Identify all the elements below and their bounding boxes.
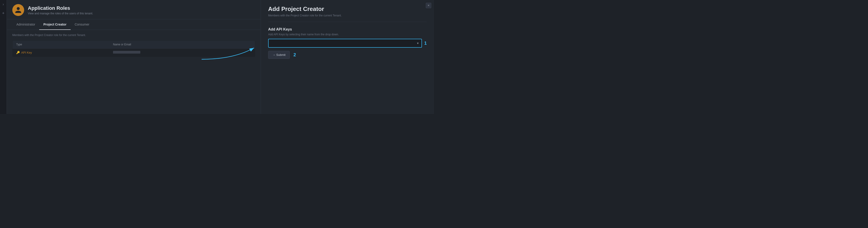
type-cell: 🔑 API Key xyxy=(12,49,110,57)
page-wrapper: › + Application Roles View and manage th… xyxy=(0,0,434,114)
page-title: Application Roles xyxy=(28,5,93,11)
annotation-2: 2 xyxy=(293,52,296,57)
col-name-email: Name or Email xyxy=(110,40,255,49)
role-description: Members with the Project Creator role fo… xyxy=(12,33,255,37)
table-header-row: Type Name or Email xyxy=(12,40,255,49)
page-subtitle: View and manage the roles of the users o… xyxy=(28,12,93,15)
tab-project-creator[interactable]: Project Creator xyxy=(39,19,70,30)
app-header: Application Roles View and manage the ro… xyxy=(7,0,260,19)
api-key-dropdown-container: ▼ xyxy=(268,39,422,48)
tab-administrator[interactable]: Administrator xyxy=(12,19,39,30)
submit-area: → Submit 2 xyxy=(268,51,427,59)
section-title: Add API Keys xyxy=(268,27,427,31)
col-type: Type xyxy=(12,40,110,49)
data-table: Type Name or Email 🔑 API Key xyxy=(12,40,255,57)
right-panel: ✕ Add Project Creator Members with the P… xyxy=(261,0,434,114)
table-row: 🔑 API Key xyxy=(12,49,255,57)
api-key-label: API Key xyxy=(21,51,32,54)
user-icon xyxy=(14,6,22,14)
header-text: Application Roles View and manage the ro… xyxy=(28,5,93,15)
content-body: Members with the Project Creator role fo… xyxy=(7,30,260,114)
api-key-dropdown[interactable] xyxy=(268,39,422,48)
name-blur xyxy=(113,51,140,54)
main-panel: Application Roles View and manage the ro… xyxy=(7,0,260,114)
tabs-row: Administrator Project Creator Consumer xyxy=(7,19,260,30)
close-button[interactable]: ✕ xyxy=(426,3,431,8)
submit-button[interactable]: → Submit xyxy=(268,51,290,59)
left-sidebar: › + xyxy=(0,0,7,114)
name-cell xyxy=(110,49,255,57)
key-icon: 🔑 xyxy=(16,51,20,54)
api-key-cell: 🔑 API Key xyxy=(16,51,106,54)
panel-title: Add Project Creator xyxy=(268,5,427,12)
section-description: Add API Keys by selecting their name fro… xyxy=(268,33,427,36)
sidebar-toggle-icon[interactable]: › xyxy=(3,2,4,6)
annotation-1: 1 xyxy=(424,40,427,46)
add-icon[interactable]: + xyxy=(2,11,5,16)
tab-consumer[interactable]: Consumer xyxy=(71,19,94,30)
avatar xyxy=(12,4,24,16)
panel-subtitle: Members with the Project Creator role fo… xyxy=(268,14,427,22)
